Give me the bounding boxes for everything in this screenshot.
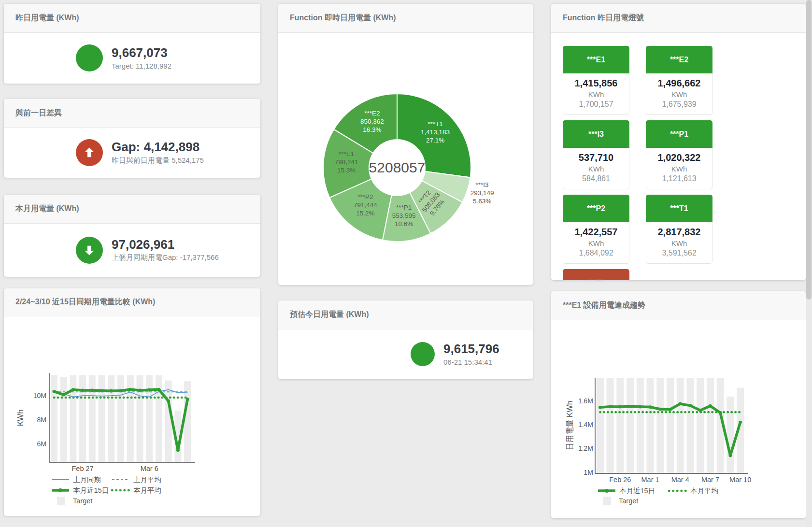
donut-slice-label: ***I3293,1495.63%: [470, 181, 494, 205]
tile-label: ***T1: [646, 195, 712, 222]
tile-label: ***P1: [646, 120, 712, 148]
x-tick-label: Mar 1: [641, 476, 659, 484]
x-tick-label: Feb 26: [609, 476, 631, 484]
status-tile: ***E21,496,662KWh1,675,939: [646, 46, 712, 115]
scrollbar[interactable]: [806, 0, 812, 527]
target-bar: [184, 381, 191, 462]
card-title: Function 昨日用電燈號: [551, 4, 806, 33]
status-tiles: ***E11,415,856KWh1,700,157***E21,496,662…: [551, 33, 806, 280]
card-day-gap: 與前一日差異 Gap: 4,142,898 昨日與前日用電量 5,524,175: [4, 99, 260, 178]
tile-value: 1,415,856: [564, 78, 628, 89]
card-title: 2/24~3/10 近15日同期用電量比較 (KWh): [4, 288, 260, 316]
arrow-up-icon: [76, 139, 103, 166]
target-bar: [707, 378, 714, 473]
tile-label: ***P2: [563, 195, 629, 222]
card-title: Function 即時日用電量 (KWh): [278, 4, 533, 33]
tile-body: 1,422,557KWh1,684,092: [563, 222, 629, 264]
card-yesterday-usage: 昨日用電量 (KWh) 9,667,073 Target: 11,128,992: [4, 4, 260, 84]
target-bar: [99, 375, 105, 462]
compare-chart[interactable]: 6M8M10MFeb 27Mar 6KWh上月同期上月平均本月近15日本月平均T…: [4, 316, 260, 516]
status-circle-icon: [76, 44, 103, 71]
legend-label[interactable]: Target: [73, 497, 92, 505]
card-status-lights: Function 昨日用電燈號 ***E11,415,856KWh1,700,1…: [551, 4, 806, 280]
legend-marker-box[interactable]: [603, 497, 611, 505]
tile-target: 584,861: [564, 174, 628, 183]
card-title: 預估今日用電量 (KWh): [278, 300, 533, 329]
target-bar: [108, 375, 114, 462]
stat-value: Gap: 4,142,898: [112, 140, 204, 155]
tile-body: 1,020,322KWh1,121,613: [646, 148, 712, 189]
legend-label[interactable]: 本月平均: [690, 487, 718, 495]
stat-subtitle: 昨日與前日用電量 5,524,175: [112, 156, 204, 165]
y-tick-label: 1.2M: [578, 444, 593, 452]
tile-unit: KWh: [564, 165, 628, 173]
status-tile: ***T12,817,832KWh3,591,562: [646, 195, 712, 264]
tile-unit: KWh: [647, 239, 711, 247]
target-bar: [136, 375, 143, 462]
card-realtime-donut: Function 即時日用電量 (KWh) ***T11,413,18327.1…: [278, 4, 533, 285]
legend-label[interactable]: 本月近15日: [73, 486, 109, 494]
tile-unit: KWh: [564, 239, 628, 247]
target-bar: [117, 375, 124, 462]
legend-label[interactable]: 本月平均: [133, 486, 161, 494]
status-tile: ***T2955,212KWh762,358: [563, 269, 629, 280]
tile-target: 1,700,157: [564, 100, 628, 109]
target-bar: [60, 377, 67, 462]
target-bar: [597, 378, 604, 473]
card-compare-chart: 2/24~3/10 近15日同期用電量比較 (KWh) 6M8M10MFeb 2…: [4, 288, 260, 516]
tile-unit: KWh: [564, 90, 628, 99]
target-bar: [89, 375, 96, 462]
target-bar: [165, 381, 172, 462]
tile-value: 1,422,557: [564, 227, 628, 238]
tile-target: 1,675,939: [647, 100, 711, 109]
tile-target: 3,591,562: [647, 249, 711, 257]
target-bar: [637, 378, 644, 473]
card-title: ***E1 設備用電達成趨勢: [551, 291, 806, 320]
donut-chart[interactable]: ***T11,413,18327.1%***I3293,1495.63%***T…: [278, 33, 533, 285]
target-bar: [627, 378, 634, 473]
legend-label[interactable]: 上月同期: [73, 476, 101, 484]
target-bar: [79, 375, 86, 462]
status-circle-icon: [411, 342, 435, 366]
tile-target: 1,121,613: [647, 174, 711, 183]
stat-row: 9,615,796 06-21 15:34:41: [278, 329, 533, 379]
legend-label[interactable]: Target: [619, 497, 638, 505]
x-tick-label: Mar 7: [701, 476, 719, 484]
stat-subtitle: Target: 11,128,992: [112, 62, 171, 70]
card-title: 昨日用電量 (KWh): [4, 4, 260, 33]
tile-body: 1,496,662KWh1,675,939: [646, 73, 712, 115]
target-bar: [607, 378, 614, 473]
target-bar: [727, 397, 734, 473]
stat-subtitle: 上個月同期用電Gap: -17,377,566: [112, 253, 219, 262]
target-bar: [667, 378, 674, 473]
trend-chart[interactable]: 1M1.2M1.4M1.6MFeb 26Mar 1Mar 4Mar 7Mar 1…: [551, 320, 806, 518]
donut-center-total: 5208057: [369, 159, 426, 175]
status-tile: ***P21,422,557KWh1,684,092: [563, 195, 629, 264]
status-tile: ***I3537,710KWh584,861: [563, 120, 629, 189]
tile-body: 537,710KWh584,861: [563, 148, 629, 189]
tile-value: 1,496,662: [647, 78, 711, 89]
legend-label[interactable]: 本月近15日: [619, 487, 655, 495]
y-tick-label: 1M: [584, 469, 593, 476]
tile-label: ***I3: [563, 120, 629, 148]
stat-value: 9,615,796: [443, 342, 499, 356]
card-title: 與前一日差異: [4, 99, 260, 128]
tile-unit: KWh: [647, 165, 711, 173]
target-bar: [51, 375, 57, 462]
target-bar: [647, 378, 654, 473]
legend-marker-box[interactable]: [57, 497, 65, 505]
dashboard: 昨日用電量 (KWh) 9,667,073 Target: 11,128,992…: [0, 0, 812, 527]
card-month-usage: 本月用電量 (KWh) 97,026,961 上個月同期用電Gap: -17,3…: [4, 195, 260, 277]
tile-label: ***T2: [563, 269, 629, 280]
tile-unit: KWh: [647, 90, 711, 99]
y-axis-label: 日用電量 KWh: [566, 400, 574, 450]
target-bar: [686, 378, 694, 473]
status-tile: ***P11,020,322KWh1,121,613: [646, 120, 712, 189]
scrollbar-thumb[interactable]: [806, 0, 812, 299]
target-bar: [616, 378, 624, 473]
card-e1-trend: ***E1 設備用電達成趨勢 1M1.2M1.4M1.6MFeb 26Mar 1…: [551, 291, 806, 518]
legend-label[interactable]: 上月平均: [133, 476, 161, 484]
tile-body: 1,415,856KWh1,700,157: [563, 73, 629, 115]
arrow-down-icon: [76, 237, 103, 264]
stat-row: Gap: 4,142,898 昨日與前日用電量 5,524,175: [4, 128, 260, 177]
